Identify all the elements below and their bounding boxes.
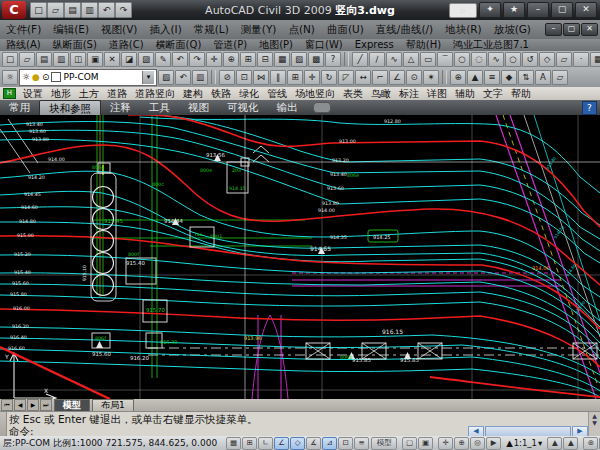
- menu2-item-4[interactable]: 管道(P): [207, 39, 253, 51]
- scroll-right-icon[interactable]: ▶: [572, 426, 588, 437]
- hongye-item-0[interactable]: 设置: [19, 87, 47, 100]
- hongye-item-14[interactable]: 辅助: [451, 87, 479, 100]
- communication-center-icon[interactable]: ✦: [479, 2, 501, 18]
- annotation-scale-control[interactable]: ▲ 1:1_1 ▾: [506, 438, 542, 448]
- quick-view-layouts-icon[interactable]: ▢: [402, 437, 417, 450]
- scale-icon[interactable]: ◸: [338, 70, 354, 85]
- osnap-toggle[interactable]: ◇: [290, 437, 305, 450]
- tab-块和参照[interactable]: 块和参照: [39, 100, 101, 116]
- id-point-icon[interactable]: ◆: [501, 70, 517, 85]
- dyn-toggle[interactable]: ⊡: [338, 437, 353, 450]
- tab-输出[interactable]: 输出: [268, 100, 307, 115]
- new-icon[interactable]: □: [2, 52, 18, 67]
- ortho-toggle[interactable]: ∟: [258, 437, 273, 450]
- plot-preview-icon[interactable]: ◫: [70, 52, 86, 67]
- layout-tab-模型[interactable]: 模型: [54, 399, 90, 411]
- polar-toggle[interactable]: ∠: [274, 437, 289, 450]
- ribbon-media-icon[interactable]: [313, 102, 331, 113]
- quick-calc-icon[interactable]: ⇅: [518, 70, 534, 85]
- revcloud-icon[interactable]: ◌: [471, 52, 487, 67]
- hongye-item-10[interactable]: 表类: [339, 87, 367, 100]
- menu-item-4[interactable]: 常规(L): [188, 20, 235, 39]
- hongye-item-13[interactable]: 详图: [423, 87, 451, 100]
- construction-line-icon[interactable]: ∕: [369, 52, 385, 67]
- layout-nav-0-icon[interactable]: ⏮: [1, 399, 13, 411]
- menu2-item-1[interactable]: 纵断面(S): [47, 39, 103, 51]
- menu-item-6[interactable]: 点(N): [282, 20, 321, 39]
- explode-icon[interactable]: ✶: [423, 70, 439, 85]
- scroll-down-icon[interactable]: ▼: [589, 419, 600, 426]
- qa-open-icon[interactable]: ▱: [47, 2, 64, 18]
- tab-视图[interactable]: 视图: [179, 100, 218, 115]
- dist-icon[interactable]: ⊕: [450, 70, 466, 85]
- redo-icon[interactable]: ↷: [189, 52, 205, 67]
- tool-palettes-icon[interactable]: ▩: [308, 52, 324, 67]
- designcenter-icon[interactable]: ▧: [291, 52, 307, 67]
- zoom-icon[interactable]: ⊕: [454, 437, 469, 450]
- hongye-item-11[interactable]: 鸟瞰: [367, 87, 395, 100]
- annotation-autoscale-icon[interactable]: ▲: [563, 437, 578, 450]
- list-icon[interactable]: ≡: [484, 70, 500, 85]
- pan-icon[interactable]: ✛: [206, 52, 222, 67]
- menu-item-10[interactable]: 放坡(G): [488, 20, 537, 39]
- restore-button[interactable]: ▢: [551, 2, 573, 18]
- scroll-left-icon[interactable]: ◀: [468, 426, 484, 437]
- snap-toggle[interactable]: ▦: [226, 437, 241, 450]
- tab-工具[interactable]: 工具: [140, 100, 179, 115]
- menu-item-2[interactable]: 视图(V): [95, 20, 143, 39]
- annotation-visibility-icon[interactable]: ▲: [547, 437, 562, 450]
- workspace-switching-icon[interactable]: ⊛: [583, 437, 598, 450]
- grid-toggle[interactable]: ⊞: [242, 437, 257, 450]
- rotate-icon[interactable]: ↻: [321, 70, 337, 85]
- table-icon[interactable]: ▦: [590, 52, 600, 67]
- layer-dropdown[interactable]: ☼●⊙PP-COM▾: [19, 69, 157, 86]
- command-vscrollbar[interactable]: ▲ ▼: [588, 412, 600, 437]
- save-icon[interactable]: ▤: [36, 52, 52, 67]
- model-space-button[interactable]: 模型: [371, 437, 397, 450]
- tab-常用[interactable]: 常用: [0, 100, 39, 115]
- hongye-item-3[interactable]: 道路: [103, 87, 131, 100]
- arc-icon[interactable]: ⌒: [437, 52, 453, 67]
- qa-save-icon[interactable]: ▤: [64, 2, 81, 18]
- paste-icon[interactable]: ▨: [138, 52, 154, 67]
- menu2-item-0[interactable]: 路线(A): [0, 39, 47, 51]
- layer-previous-icon[interactable]: ↶: [175, 70, 191, 85]
- layout-tab-布局1[interactable]: 布局1: [92, 399, 134, 411]
- insert-block-icon[interactable]: ◇: [539, 52, 555, 67]
- tab-可视化[interactable]: 可视化: [218, 100, 268, 115]
- hongye-item-4[interactable]: 道路竖向: [131, 87, 179, 100]
- rectangle-icon[interactable]: ▭: [420, 52, 436, 67]
- minimize-button[interactable]: –: [527, 2, 549, 18]
- menu2-item-6[interactable]: 窗口(W): [299, 39, 349, 51]
- showmotion-icon[interactable]: ▶: [486, 437, 501, 450]
- menu2-item-2[interactable]: 道路(C): [103, 39, 150, 51]
- match-properties-icon[interactable]: ✎: [155, 52, 171, 67]
- menu-item-9[interactable]: 地块(R): [439, 20, 488, 39]
- tab-注释[interactable]: 注释: [101, 100, 140, 115]
- hongye-item-16[interactable]: 帮助: [507, 87, 535, 100]
- offset-icon[interactable]: ∥: [270, 70, 286, 85]
- menu2-item-8[interactable]: 帮助(H): [400, 39, 447, 51]
- array-icon[interactable]: ⊞: [287, 70, 303, 85]
- dim-icon[interactable]: ▱: [552, 70, 568, 85]
- doc-restore-button[interactable]: ▢: [563, 23, 580, 36]
- qa-plot-icon[interactable]: ▥: [81, 2, 98, 18]
- zoom-realtime-icon[interactable]: ⊕: [223, 52, 239, 67]
- menu2-item-7[interactable]: Express: [349, 39, 400, 51]
- hongye-item-1[interactable]: 地形: [47, 87, 75, 100]
- menu-item-0[interactable]: 文件(F): [0, 20, 47, 39]
- qa-redo-icon[interactable]: ↷: [115, 2, 132, 18]
- ellipse-icon[interactable]: ○: [505, 52, 521, 67]
- open-icon[interactable]: ▱: [19, 52, 35, 67]
- menu2-item-5[interactable]: 地图(P): [253, 39, 299, 51]
- menu-item-1[interactable]: 编辑(E): [47, 20, 95, 39]
- point-icon[interactable]: ·: [573, 52, 589, 67]
- favorites-star-icon[interactable]: ★: [503, 2, 525, 18]
- quick-view-drawings-icon[interactable]: ▣: [418, 437, 433, 450]
- properties-icon[interactable]: ▦: [274, 52, 290, 67]
- close-button[interactable]: ✕: [575, 2, 597, 18]
- layout-nav-3-icon[interactable]: ⏭: [40, 399, 52, 411]
- lwt-toggle[interactable]: ≡: [354, 437, 369, 450]
- app-menu-button[interactable]: C: [2, 1, 26, 19]
- search-icon[interactable]: ⌕: [449, 3, 477, 18]
